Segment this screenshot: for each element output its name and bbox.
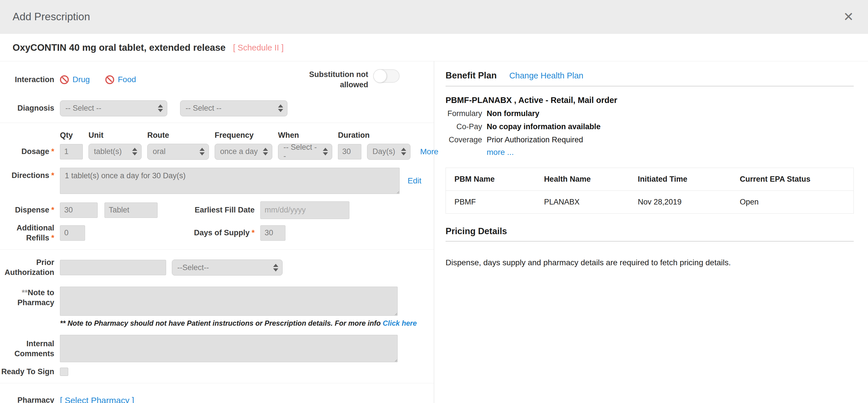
food-interaction-label: Food [118,75,136,84]
frequency-header: Frequency [215,131,272,140]
unit-select-value: tablet(s) [94,147,122,156]
substitution-toggle[interactable] [373,69,400,83]
select-caret-icon [263,148,268,156]
unit-header: Unit [89,131,142,140]
diagnosis-select-1[interactable]: -- Select -- [60,100,167,116]
initiated-time-cell: Nov 28,2019 [629,191,731,214]
internal-comments-label: Internal Comments [0,335,54,359]
food-interaction-link[interactable]: Food [105,75,136,84]
toggle-knob-icon [373,69,387,83]
duration-unit-value: Day(s) [372,147,395,156]
diagnosis-select-2-value: -- Select -- [186,104,221,113]
dosage-column-headers: Qty Unit Route Frequency When Duration [60,131,423,140]
pricing-details-message: Dispense, days supply and pharmacy detai… [445,258,854,267]
additional-refills-input[interactable] [60,225,85,241]
coverage-value: Prior Authorization Required [487,135,583,144]
interaction-label: Interaction [0,75,54,85]
unit-select[interactable]: tablet(s) [89,144,142,160]
directions-textarea[interactable]: 1 tablet(s) once a day for 30 Day(s) [60,168,400,194]
table-header-row: PBM Name Health Name Initiated Time Curr… [446,168,854,191]
dispense-label: Dispense* [0,205,54,215]
dosage-label: Dosage* [0,146,54,157]
when-select-value: -- Select -- [283,143,319,161]
qty-input[interactable] [60,144,83,160]
epa-status-cell: Open [731,191,854,214]
health-name-header: Health Name [535,168,629,191]
when-header: When [278,131,332,140]
earliest-fill-date-label: Earliest Fill Date [183,206,255,214]
select-caret-icon [323,148,328,156]
duration-unit-select[interactable]: Day(s) [367,144,410,160]
prior-authorization-input[interactable] [60,260,166,275]
close-icon[interactable]: ✕ [843,10,854,23]
epa-status-table: PBM Name Health Name Initiated Time Curr… [445,168,854,214]
when-select[interactable]: -- Select -- [278,144,332,160]
select-caret-icon [132,148,137,156]
diagnosis-select-1-value: -- Select -- [65,104,101,113]
pbm-name-header: PBM Name [446,168,535,191]
drug-interaction-label: Drug [72,75,90,84]
days-of-supply-input[interactable] [260,225,285,241]
plan-name: PBMF-PLANABX , Active - Retail, Mail ord… [445,96,854,105]
section-interaction-diagnosis: Interaction Drug Food Substitution not a… [0,61,434,123]
route-select-value: oral [153,147,165,156]
select-caret-icon [278,104,283,112]
pricing-details-title: Pricing Details [445,226,854,242]
formulary-label: Formulary [445,109,482,118]
route-select[interactable]: oral [147,144,209,160]
directions-label: Directions* [0,168,54,180]
qty-header: Qty [60,131,83,140]
benefit-plan-title: Benefit Plan [445,70,497,81]
dispense-qty-input[interactable] [60,202,98,218]
select-caret-icon [401,148,406,156]
select-pharmacy-link[interactable]: [ Select Pharmacy ] [60,396,134,403]
select-caret-icon [158,104,163,112]
frequency-select-value: once a day [220,147,258,156]
coverage-more-link[interactable]: more ... [487,148,514,157]
substitution-label: Substitution not allowed [304,69,368,90]
initiated-time-header: Initiated Time [629,168,731,191]
earliest-fill-date-input[interactable] [260,201,349,219]
select-caret-icon [199,148,205,156]
drug-interaction-link[interactable]: Drug [60,75,90,84]
prescription-form: Interaction Drug Food Substitution not a… [0,61,434,403]
internal-comments-textarea[interactable] [60,335,398,362]
benefit-plan-panel: Benefit Plan Change Health Plan PBMF-PLA… [434,61,868,403]
diagnosis-select-2[interactable]: -- Select -- [180,100,287,116]
click-here-link[interactable]: Click here [383,319,417,327]
dialog-header: Add Prescription ✕ [0,0,868,34]
duration-header: Duration [338,131,361,140]
note-to-pharmacy-label: **Note to Pharmacy [0,287,54,308]
prohibition-icon [60,75,69,84]
prohibition-icon [105,75,114,84]
prior-authorization-label: Prior Authorization [0,258,54,277]
copay-label: Co-Pay [445,122,482,131]
dialog-title: Add Prescription [12,11,90,23]
select-caret-icon [273,264,278,271]
section-dosage: Qty Unit Route Frequency When Duration D… [0,123,434,249]
dispense-unit-input[interactable] [104,202,158,218]
section-pharmacy: Pharmacy [ Select Pharmacy ] [0,383,434,403]
drug-title-row: OxyCONTIN 40 mg oral tablet, extended re… [0,34,868,61]
ready-to-sign-label: Ready To Sign [0,367,54,377]
diagnosis-label: Diagnosis [0,103,54,113]
days-of-supply-label: Days of Supply* [183,229,255,237]
ready-to-sign-checkbox[interactable] [60,368,68,376]
pharmacy-label: Pharmacy [0,395,54,403]
formulary-value: Non formulary [487,109,539,118]
coverage-label: Coverage [445,135,482,144]
duration-input[interactable] [338,144,361,160]
section-notes: Prior Authorization --Select-- **Note to… [0,249,434,383]
note-to-pharmacy-hint: ** Note to Pharmacy should not have Pati… [60,319,423,328]
frequency-select[interactable]: once a day [215,144,272,160]
pbm-name-cell: PBMF [446,191,535,214]
prior-authorization-select-value: --Select-- [177,263,209,272]
edit-directions-link[interactable]: Edit [408,176,421,186]
note-to-pharmacy-textarea[interactable] [60,287,398,316]
health-name-cell: PLANABX [535,191,629,214]
additional-refills-label: Additional Refills* [0,223,54,243]
prior-authorization-select[interactable]: --Select-- [172,260,283,275]
copay-value: No copay information available [487,122,600,131]
table-row: PBMF PLANABX Nov 28,2019 Open [446,191,854,214]
change-health-plan-link[interactable]: Change Health Plan [509,71,583,80]
